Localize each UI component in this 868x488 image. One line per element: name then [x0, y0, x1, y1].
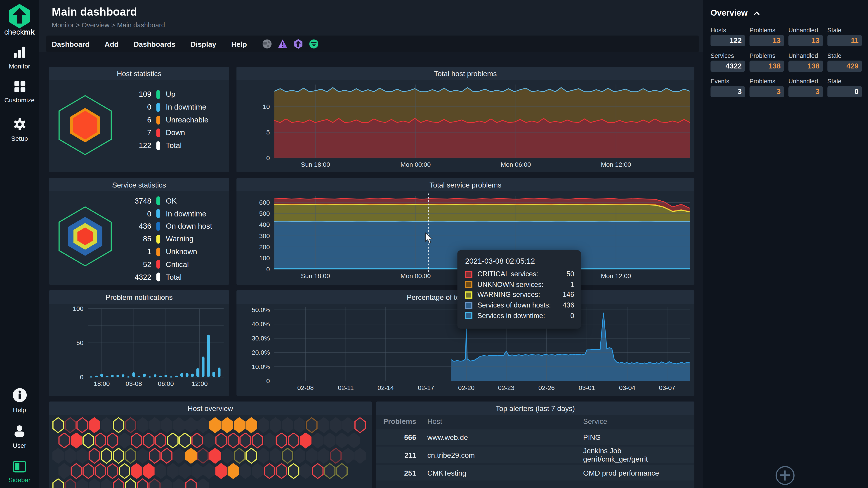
stat-count-box[interactable]: 3: [749, 86, 784, 97]
legend-row[interactable]: 0In downtime: [127, 101, 226, 113]
host-hexagon[interactable]: [76, 417, 88, 433]
host-hexagon[interactable]: [125, 448, 136, 464]
host-hexagon[interactable]: [306, 448, 318, 464]
host-hexagon[interactable]: [234, 417, 245, 433]
host-hexagon[interactable]: [209, 417, 221, 433]
host-hexagon[interactable]: [209, 448, 221, 464]
host-hexagon[interactable]: [246, 448, 257, 464]
host-hexagon[interactable]: [179, 463, 191, 479]
host-hexagon[interactable]: [306, 417, 318, 433]
host-hexagon[interactable]: [312, 432, 324, 449]
host-hexagon[interactable]: [52, 448, 64, 464]
host-hexagon[interactable]: [330, 417, 342, 433]
host-hexagon[interactable]: [294, 417, 306, 433]
host-hexagon[interactable]: [227, 432, 239, 449]
host-hexagon[interactable]: [179, 432, 191, 449]
host-hexagon[interactable]: [270, 417, 281, 433]
legend-row[interactable]: 85Warning: [127, 233, 226, 246]
host-hexagon[interactable]: [342, 448, 354, 464]
host-hexagon[interactable]: [113, 448, 124, 464]
legend-row[interactable]: 52Critical: [127, 258, 226, 271]
host-hexagon[interactable]: [143, 432, 155, 449]
host-hexagon[interactable]: [70, 432, 82, 449]
cell-service[interactable]: Jenkins Job gerrit/cmk_ger/gerrit: [583, 447, 686, 463]
legend-row[interactable]: 4322Total: [127, 271, 226, 283]
host-hexagon[interactable]: [113, 417, 124, 433]
legend-row[interactable]: 7Down: [127, 126, 226, 139]
host-hexagon[interactable]: [324, 432, 336, 449]
cell-service[interactable]: OMD prod performance: [583, 468, 686, 477]
host-hexagon[interactable]: [107, 432, 119, 449]
legend-row[interactable]: 0In downtime: [127, 207, 226, 220]
cell-host[interactable]: CMKTesting: [427, 468, 583, 477]
host-hexagon[interactable]: [197, 448, 209, 464]
stat-count-box[interactable]: 13: [749, 35, 784, 46]
stat-count-box[interactable]: 11: [827, 35, 862, 46]
host-hexagon[interactable]: [252, 463, 264, 479]
stat-count-box[interactable]: 0: [827, 86, 862, 97]
table-row[interactable]: 566www.web.dePING: [376, 429, 694, 445]
host-hexagon[interactable]: [276, 463, 287, 479]
host-hexagon[interactable]: [64, 448, 76, 464]
host-hexagon[interactable]: [282, 417, 293, 433]
legend-row[interactable]: 3748OK: [127, 195, 226, 207]
checkmk-hexagon-icon[interactable]: [293, 39, 303, 49]
host-hexagon[interactable]: [107, 463, 119, 479]
host-hexagon[interactable]: [52, 478, 64, 488]
host-hexagon[interactable]: [197, 417, 209, 433]
cell-host[interactable]: cn.tribe29.com: [427, 451, 583, 459]
host-hexagon[interactable]: [239, 463, 251, 479]
host-hexagon[interactable]: [276, 432, 287, 449]
table-row[interactable]: 251CMKTestingOMD prod performance: [376, 465, 694, 481]
host-hexagon[interactable]: [348, 432, 360, 449]
add-snapin-button[interactable]: [776, 466, 795, 485]
host-hexagon[interactable]: [318, 448, 330, 464]
host-hexagon[interactable]: [52, 417, 64, 433]
column-header-problems[interactable]: Problems: [376, 417, 416, 425]
host-hexagon[interactable]: [131, 432, 143, 449]
cell-host[interactable]: www.web.de: [427, 433, 583, 441]
host-hexagon[interactable]: [197, 478, 209, 488]
host-hexagon[interactable]: [76, 448, 88, 464]
legend-row[interactable]: 122Total: [127, 139, 226, 152]
warning-triangle-icon[interactable]: [278, 39, 287, 49]
host-hexagon[interactable]: [354, 417, 366, 433]
host-hexagon[interactable]: [70, 463, 82, 479]
checkmk-logo-icon[interactable]: [8, 3, 31, 31]
host-hexagon[interactable]: [113, 478, 124, 488]
legend-row[interactable]: 109Up: [127, 88, 226, 101]
host-hexagon[interactable]: [137, 448, 149, 464]
host-hexagon[interactable]: [101, 417, 112, 433]
sidebar-item-user[interactable]: User: [0, 424, 39, 449]
host-hexagon[interactable]: [185, 478, 197, 488]
host-hexagon[interactable]: [191, 463, 203, 479]
host-hexagon[interactable]: [89, 448, 100, 464]
host-hexagon[interactable]: [300, 463, 311, 479]
host-hexagon[interactable]: [149, 478, 161, 488]
host-hexagon[interactable]: [83, 432, 94, 449]
host-hexagon[interactable]: [155, 432, 166, 449]
overview-snapin-title[interactable]: Overview: [710, 8, 760, 17]
host-hexagon[interactable]: [342, 417, 354, 433]
host-hexagon[interactable]: [300, 432, 311, 449]
host-hexagon[interactable]: [354, 448, 366, 464]
menu-item-help[interactable]: Help: [231, 40, 247, 48]
host-hexagon[interactable]: [149, 448, 161, 464]
host-hexagon[interactable]: [336, 432, 348, 449]
host-hexagon[interactable]: [167, 463, 179, 479]
host-hexagon[interactable]: [288, 463, 300, 479]
host-hexagon[interactable]: [119, 432, 130, 449]
host-hexagon[interactable]: [312, 463, 324, 479]
stat-count-box[interactable]: 4322: [710, 61, 745, 72]
host-problems-chart[interactable]: Sun 18:00Mon 00:00Mon 06:00Mon 12:000510: [237, 80, 694, 172]
host-hexagon[interactable]: [83, 463, 94, 479]
host-hexagon[interactable]: [64, 417, 76, 433]
host-hexagon[interactable]: [94, 432, 106, 449]
stat-count-box[interactable]: 138: [749, 61, 784, 72]
sidebar-item-customize[interactable]: Customize: [0, 80, 39, 103]
host-hexagon[interactable]: [257, 417, 269, 433]
globe-icon[interactable]: [262, 39, 272, 49]
host-hexagon[interactable]: [173, 417, 185, 433]
host-hexagon[interactable]: [119, 463, 130, 479]
host-hexagon[interactable]: [161, 478, 173, 488]
